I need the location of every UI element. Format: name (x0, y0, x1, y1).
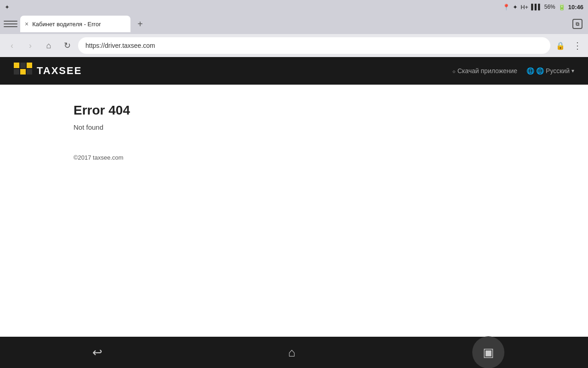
recents-icon: ▣ (483, 345, 494, 360)
site-main-content: Error 404 Not found ©2017 taxsee.com (0, 85, 588, 179)
svg-rect-4 (20, 69, 26, 75)
download-app-link[interactable]: ⬦ Скачай приложение (452, 67, 517, 75)
address-field[interactable]: https://driver.taxsee.com (78, 37, 550, 54)
logo-icon (14, 63, 34, 79)
active-tab[interactable]: × Кабинет водителя - Error (20, 16, 130, 32)
website-content: TAXSEE ⬦ Скачай приложение 🌐 🌐 Русский ▾… (0, 57, 588, 179)
error-title: Error 404 (74, 103, 514, 118)
site-header: TAXSEE ⬦ Скачай приложение 🌐 🌐 Русский ▾ (0, 57, 588, 85)
new-tab-button[interactable]: + (133, 17, 147, 31)
site-logo[interactable]: TAXSEE (14, 63, 82, 79)
tab-title: Кабинет водителя - Error (32, 21, 101, 28)
bluetooth-icon: ✦ (513, 4, 518, 11)
time: 10:46 (568, 4, 583, 11)
forward-button[interactable]: › (23, 38, 38, 53)
reload-button[interactable]: ↻ (60, 38, 74, 53)
back-button[interactable]: ‹ (5, 38, 19, 53)
home-button[interactable]: ⌂ (41, 38, 56, 53)
svg-rect-2 (27, 63, 32, 68)
home-icon: ⌂ (288, 345, 295, 360)
tab-counter-box: ⧉ (572, 19, 582, 29)
signal-bars-icon: ▌▌▌ (531, 4, 542, 10)
bottom-navigation-bar: ↩ ⌂ ▣ (0, 337, 588, 368)
svg-rect-1 (20, 63, 26, 68)
svg-rect-3 (14, 69, 19, 75)
language-label: 🌐 Русский (536, 67, 570, 75)
battery-icon: 🔋 (558, 4, 565, 11)
back-arrow-icon: ↩ (92, 345, 102, 360)
tab-close-button[interactable]: × (25, 20, 28, 28)
logo-text: TAXSEE (37, 65, 82, 77)
copyright-text: ©2017 taxsee.com (74, 154, 514, 161)
chevron-down-icon: ▾ (571, 68, 574, 74)
svg-rect-5 (27, 69, 32, 75)
globe-icon: 🌐 (526, 67, 534, 75)
language-selector[interactable]: 🌐 🌐 Русский ▾ (526, 67, 574, 75)
more-options-button[interactable]: ⋮ (571, 39, 583, 52)
status-bar-left: ✦ (5, 4, 10, 11)
android-recents-button[interactable]: ▣ (472, 336, 504, 368)
status-bar: ✦ 📍 ✦ H+ ▌▌▌ 56% 🔋 10:46 (0, 0, 588, 14)
error-subtitle: Not found (74, 123, 514, 131)
url-text: https://driver.taxsee.com (85, 42, 155, 49)
location-icon: 📍 (503, 4, 510, 11)
site-header-right: ⬦ Скачай приложение 🌐 🌐 Русский ▾ (452, 67, 574, 75)
status-bar-right: 📍 ✦ H+ ▌▌▌ 56% 🔋 10:46 (503, 4, 583, 11)
android-back-button[interactable]: ↩ (84, 339, 111, 366)
network-icon: ✦ (5, 4, 10, 11)
tab-counter[interactable]: ⧉ (571, 17, 584, 31)
battery-percent: 56% (544, 4, 555, 10)
address-bar-row: ‹ › ⌂ ↻ https://driver.taxsee.com 🔒 ⋮ (0, 34, 588, 57)
browser-menu-button[interactable] (4, 17, 17, 31)
svg-rect-0 (14, 63, 19, 68)
network-strength-icon: H+ (520, 4, 528, 11)
lock-icon: 🔒 (554, 39, 567, 52)
browser-tabs-row: × Кабинет водителя - Error + ⧉ (0, 14, 588, 34)
android-home-button[interactable]: ⌂ (278, 339, 305, 366)
